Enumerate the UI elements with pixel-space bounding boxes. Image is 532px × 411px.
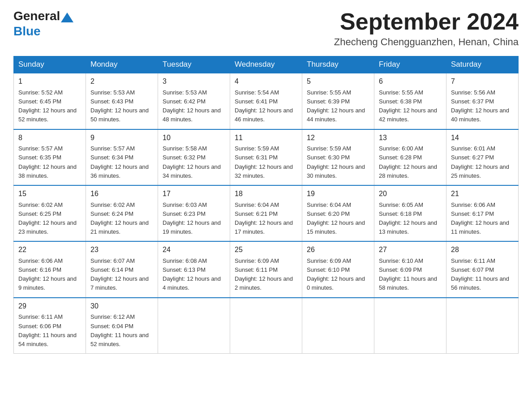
day-info: Sunrise: 6:06 AMSunset: 6:17 PMDaylight:… <box>451 201 509 235</box>
calendar-cell: 29 Sunrise: 6:11 AMSunset: 6:06 PMDaylig… <box>14 298 86 354</box>
day-number: 24 <box>163 244 225 256</box>
day-info: Sunrise: 6:09 AMSunset: 6:10 PMDaylight:… <box>307 257 365 291</box>
calendar-cell <box>158 298 230 354</box>
day-number: 28 <box>451 244 514 256</box>
calendar-cell: 22 Sunrise: 6:06 AMSunset: 6:16 PMDaylig… <box>14 241 86 297</box>
day-info: Sunrise: 6:12 AMSunset: 6:04 PMDaylight:… <box>90 313 149 347</box>
calendar-cell: 24 Sunrise: 6:08 AMSunset: 6:13 PMDaylig… <box>158 241 230 297</box>
calendar-cell: 7 Sunrise: 5:56 AMSunset: 6:37 PMDayligh… <box>446 73 519 129</box>
day-number: 25 <box>235 244 297 256</box>
day-number: 11 <box>235 133 297 144</box>
day-info: Sunrise: 5:57 AMSunset: 6:35 PMDaylight:… <box>18 145 77 179</box>
calendar-cell <box>446 298 519 354</box>
weekday-header-monday: Monday <box>86 56 158 73</box>
calendar-cell: 9 Sunrise: 5:57 AMSunset: 6:34 PMDayligh… <box>86 129 158 185</box>
calendar-cell: 3 Sunrise: 5:53 AMSunset: 6:42 PMDayligh… <box>158 73 230 129</box>
day-number: 6 <box>379 76 442 87</box>
day-number: 3 <box>163 76 225 87</box>
day-info: Sunrise: 5:56 AMSunset: 6:37 PMDaylight:… <box>451 89 509 123</box>
location: Zhecheng Chengguanzhen, Henan, China <box>334 36 519 48</box>
day-info: Sunrise: 5:55 AMSunset: 6:39 PMDaylight:… <box>307 89 365 123</box>
day-number: 27 <box>379 244 442 256</box>
calendar-cell: 16 Sunrise: 6:02 AMSunset: 6:24 PMDaylig… <box>86 185 158 241</box>
calendar-cell: 30 Sunrise: 6:12 AMSunset: 6:04 PMDaylig… <box>86 298 158 354</box>
weekday-header-sunday: Sunday <box>14 56 86 73</box>
day-number: 15 <box>18 188 81 200</box>
page: General Blue September 2024 Zhecheng Che… <box>0 0 532 363</box>
day-number: 30 <box>90 301 153 312</box>
day-info: Sunrise: 5:58 AMSunset: 6:32 PMDaylight:… <box>163 145 221 179</box>
day-number: 2 <box>90 76 153 87</box>
day-number: 12 <box>307 133 369 144</box>
calendar-cell: 13 Sunrise: 6:00 AMSunset: 6:28 PMDaylig… <box>374 129 446 185</box>
day-info: Sunrise: 5:52 AMSunset: 6:45 PMDaylight:… <box>18 89 77 123</box>
day-number: 22 <box>18 244 81 256</box>
calendar-cell: 27 Sunrise: 6:10 AMSunset: 6:09 PMDaylig… <box>374 241 446 297</box>
day-info: Sunrise: 6:05 AMSunset: 6:18 PMDaylight:… <box>379 201 437 235</box>
day-info: Sunrise: 6:11 AMSunset: 6:07 PMDaylight:… <box>451 257 509 291</box>
day-info: Sunrise: 6:03 AMSunset: 6:23 PMDaylight:… <box>163 201 221 235</box>
weekday-header-thursday: Thursday <box>302 56 374 73</box>
calendar-cell: 20 Sunrise: 6:05 AMSunset: 6:18 PMDaylig… <box>374 185 446 241</box>
calendar-cell: 1 Sunrise: 5:52 AMSunset: 6:45 PMDayligh… <box>14 73 86 129</box>
day-info: Sunrise: 5:59 AMSunset: 6:30 PMDaylight:… <box>307 145 365 179</box>
day-info: Sunrise: 6:00 AMSunset: 6:28 PMDaylight:… <box>379 145 437 179</box>
calendar-cell: 28 Sunrise: 6:11 AMSunset: 6:07 PMDaylig… <box>446 241 519 297</box>
day-info: Sunrise: 6:01 AMSunset: 6:27 PMDaylight:… <box>451 145 509 179</box>
calendar-cell: 18 Sunrise: 6:04 AMSunset: 6:21 PMDaylig… <box>230 185 302 241</box>
weekday-header-row: SundayMondayTuesdayWednesdayThursdayFrid… <box>14 56 519 73</box>
day-number: 20 <box>379 188 442 200</box>
day-number: 23 <box>90 244 153 256</box>
day-info: Sunrise: 6:10 AMSunset: 6:09 PMDaylight:… <box>379 257 437 291</box>
day-number: 18 <box>235 188 297 200</box>
calendar-cell: 12 Sunrise: 5:59 AMSunset: 6:30 PMDaylig… <box>302 129 374 185</box>
day-number: 9 <box>90 133 153 144</box>
weekday-header-saturday: Saturday <box>446 56 519 73</box>
day-number: 8 <box>18 133 81 144</box>
calendar-cell <box>302 298 374 354</box>
day-number: 26 <box>307 244 369 256</box>
day-number: 13 <box>379 133 442 144</box>
weekday-header-wednesday: Wednesday <box>230 56 302 73</box>
day-number: 5 <box>307 76 369 87</box>
calendar-cell <box>374 298 446 354</box>
day-info: Sunrise: 6:02 AMSunset: 6:25 PMDaylight:… <box>18 201 77 235</box>
calendar-cell: 11 Sunrise: 5:59 AMSunset: 6:31 PMDaylig… <box>230 129 302 185</box>
week-row-2: 8 Sunrise: 5:57 AMSunset: 6:35 PMDayligh… <box>14 129 519 185</box>
week-row-5: 29 Sunrise: 6:11 AMSunset: 6:06 PMDaylig… <box>14 298 519 354</box>
day-info: Sunrise: 6:09 AMSunset: 6:11 PMDaylight:… <box>235 257 293 291</box>
calendar-cell: 26 Sunrise: 6:09 AMSunset: 6:10 PMDaylig… <box>302 241 374 297</box>
day-info: Sunrise: 5:53 AMSunset: 6:43 PMDaylight:… <box>90 89 149 123</box>
calendar-cell: 23 Sunrise: 6:07 AMSunset: 6:14 PMDaylig… <box>86 241 158 297</box>
header: General Blue September 2024 Zhecheng Che… <box>13 9 519 48</box>
week-row-1: 1 Sunrise: 5:52 AMSunset: 6:45 PMDayligh… <box>14 73 519 129</box>
title-section: September 2024 Zhecheng Chengguanzhen, H… <box>334 9 519 48</box>
day-info: Sunrise: 6:07 AMSunset: 6:14 PMDaylight:… <box>90 257 149 291</box>
logo-triangle-icon <box>61 13 73 22</box>
calendar: SundayMondayTuesdayWednesdayThursdayFrid… <box>13 56 519 354</box>
day-number: 7 <box>451 76 514 87</box>
calendar-cell: 2 Sunrise: 5:53 AMSunset: 6:43 PMDayligh… <box>86 73 158 129</box>
day-info: Sunrise: 6:06 AMSunset: 6:16 PMDaylight:… <box>18 257 77 291</box>
calendar-cell: 17 Sunrise: 6:03 AMSunset: 6:23 PMDaylig… <box>158 185 230 241</box>
calendar-cell: 10 Sunrise: 5:58 AMSunset: 6:32 PMDaylig… <box>158 129 230 185</box>
month-title: September 2024 <box>334 9 519 34</box>
day-number: 16 <box>90 188 153 200</box>
logo-blue-text: Blue <box>13 24 41 39</box>
day-number: 29 <box>18 301 81 312</box>
calendar-cell: 6 Sunrise: 5:55 AMSunset: 6:38 PMDayligh… <box>374 73 446 129</box>
calendar-cell: 21 Sunrise: 6:06 AMSunset: 6:17 PMDaylig… <box>446 185 519 241</box>
calendar-cell: 25 Sunrise: 6:09 AMSunset: 6:11 PMDaylig… <box>230 241 302 297</box>
day-info: Sunrise: 5:53 AMSunset: 6:42 PMDaylight:… <box>163 89 221 123</box>
day-number: 4 <box>235 76 297 87</box>
day-number: 17 <box>163 188 225 200</box>
week-row-4: 22 Sunrise: 6:06 AMSunset: 6:16 PMDaylig… <box>14 241 519 297</box>
day-info: Sunrise: 6:02 AMSunset: 6:24 PMDaylight:… <box>90 201 149 235</box>
week-row-3: 15 Sunrise: 6:02 AMSunset: 6:25 PMDaylig… <box>14 185 519 241</box>
weekday-header-friday: Friday <box>374 56 446 73</box>
calendar-cell <box>230 298 302 354</box>
logo-general-text: General <box>13 9 60 23</box>
day-number: 10 <box>163 133 225 144</box>
day-number: 21 <box>451 188 514 200</box>
day-info: Sunrise: 5:59 AMSunset: 6:31 PMDaylight:… <box>235 145 293 179</box>
